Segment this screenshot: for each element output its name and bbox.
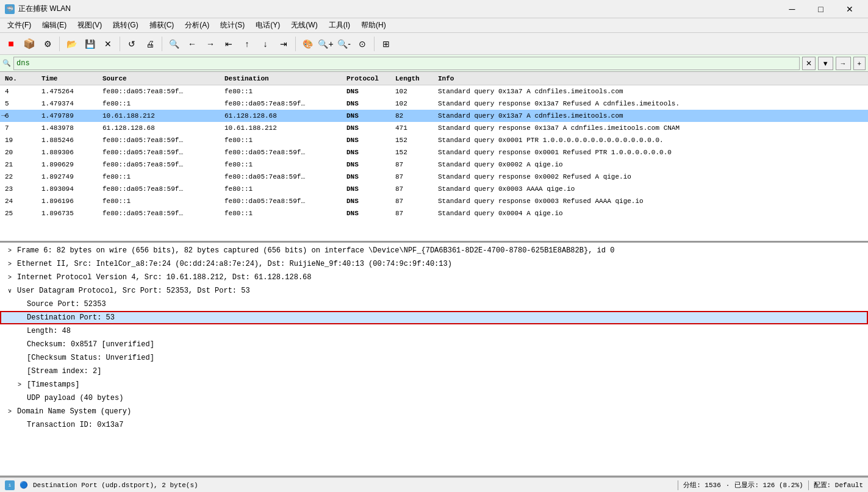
expand-arrow-icon[interactable]: > xyxy=(15,382,24,388)
detail-row-udp-payload[interactable]: UDP payload (40 bytes) xyxy=(0,391,868,405)
zoom-out-button[interactable]: 🔍- xyxy=(335,35,353,52)
collapse-arrow-icon[interactable]: ∨ xyxy=(5,287,15,294)
col-header-no[interactable]: No. xyxy=(2,75,39,82)
zoom-reset-button[interactable]: ⊙ xyxy=(354,35,371,52)
colorize-button[interactable]: 🎨 xyxy=(299,35,316,52)
col-header-length[interactable]: Length xyxy=(393,75,436,82)
packet-cell: 4 xyxy=(2,88,39,95)
detail-row-text: Checksum: 0x8517 [unverified] xyxy=(27,340,154,349)
menu-item-文件(F)[interactable]: 文件(F) xyxy=(2,19,36,32)
detail-row-checksum-status[interactable]: [Checksum Status: Unverified] xyxy=(0,351,868,365)
packet-detail: >Frame 6: 82 bytes on wire (656 bits), 8… xyxy=(0,243,868,477)
options-button[interactable]: ⚙ xyxy=(39,35,56,52)
packet-row[interactable]: →61.47978910.61.188.21261.128.128.68DNS8… xyxy=(0,110,868,122)
print-button[interactable]: 🖨 xyxy=(142,35,159,52)
stop-capture-button[interactable]: ■ xyxy=(2,35,20,52)
detail-row-timestamps[interactable]: >[Timestamps] xyxy=(0,378,868,391)
packet-row[interactable]: 51.479374fe80::1fe80::da05:7ea8:59f…DNS1… xyxy=(0,98,868,110)
detail-row-udp[interactable]: ∨User Datagram Protocol, Src Port: 52353… xyxy=(0,284,868,298)
packet-row[interactable]: 191.885246fe80::da05:7ea8:59f…fe80::1DNS… xyxy=(0,134,868,146)
packet-row[interactable]: 71.48397861.128.128.6810.61.188.212DNS47… xyxy=(0,122,868,134)
go-to-previous-button[interactable]: ↑ xyxy=(239,35,256,52)
packet-cell: fe80::1 xyxy=(222,161,344,168)
detail-row-text: Length: 48 xyxy=(27,327,71,335)
packet-cell: Standard query 0x13a7 A cdnfiles.imeitoo… xyxy=(436,112,866,119)
packet-cell: 6 xyxy=(2,112,39,119)
zoom-in-button[interactable]: 🔍+ xyxy=(317,35,334,52)
menu-item-无线(W)[interactable]: 无线(W) xyxy=(286,19,322,32)
find-button[interactable]: 🔍 xyxy=(165,35,182,52)
detail-row-transaction-id[interactable]: Transaction ID: 0x13a7 xyxy=(0,418,868,432)
packet-cell: DNS xyxy=(344,198,393,205)
resize-columns-button[interactable]: ⊞ xyxy=(378,35,395,52)
filter-add-button[interactable]: + xyxy=(853,57,866,70)
close-file-button[interactable]: ✕ xyxy=(99,35,117,52)
detail-row-checksum[interactable]: Checksum: 0x8517 [unverified] xyxy=(0,338,868,351)
expand-arrow-icon[interactable]: > xyxy=(5,408,15,415)
packet-rows: 41.475264fe80::da05:7ea8:59f…fe80::1DNS1… xyxy=(0,85,868,243)
col-header-time[interactable]: Time xyxy=(39,75,100,82)
close-button[interactable]: ✕ xyxy=(836,2,863,16)
col-header-protocol[interactable]: Protocol xyxy=(344,75,393,82)
filter-clear-button[interactable]: ✕ xyxy=(802,57,816,70)
packet-list-header: No. Time Source Destination Protocol Len… xyxy=(0,72,868,85)
col-header-destination[interactable]: Destination xyxy=(222,75,344,82)
packet-row[interactable]: 211.890629fe80::da05:7ea8:59f…fe80::1DNS… xyxy=(0,159,868,171)
window-title: 正在捕获 WLAN xyxy=(18,4,71,14)
packet-cell: fe80::1 xyxy=(222,137,344,144)
detail-row-stream-index[interactable]: [Stream index: 2] xyxy=(0,365,868,378)
menu-item-捕获(C)[interactable]: 捕获(C) xyxy=(145,19,179,32)
go-to-first-button[interactable]: ⇤ xyxy=(220,35,237,52)
menu-item-电话(Y)[interactable]: 电话(Y) xyxy=(251,19,285,32)
packet-row[interactable]: 241.896196fe80::1fe80::da05:7ea8:59f…DNS… xyxy=(0,195,868,207)
go-to-next-button[interactable]: ↓ xyxy=(257,35,274,52)
filter-bookmark-button[interactable]: ▼ xyxy=(818,57,833,70)
packet-cell: 152 xyxy=(393,149,436,156)
minimize-button[interactable]: ─ xyxy=(778,2,806,16)
expand-arrow-icon[interactable]: > xyxy=(5,274,15,281)
go-back-button[interactable]: ← xyxy=(184,35,201,52)
menu-item-帮助(H)[interactable]: 帮助(H) xyxy=(356,19,391,32)
detail-row-ip[interactable]: >Internet Protocol Version 4, Src: 10.61… xyxy=(0,271,868,284)
toolbar-separator-4 xyxy=(295,37,296,51)
filter-input[interactable] xyxy=(13,57,800,70)
reload-button[interactable]: ↺ xyxy=(123,35,140,52)
filter-apply-button[interactable]: → xyxy=(836,57,851,70)
expand-arrow-icon[interactable]: > xyxy=(5,261,15,268)
detail-row-src-port[interactable]: Source Port: 52353 xyxy=(0,298,868,311)
detail-row-text: Domain Name System (query) xyxy=(17,407,131,416)
packet-row[interactable]: 221.892749fe80::1fe80::da05:7ea8:59f…DNS… xyxy=(0,171,868,183)
menu-item-编辑(E)[interactable]: 编辑(E) xyxy=(37,19,71,32)
go-forward-button[interactable]: → xyxy=(202,35,219,52)
menu-item-分析(A)[interactable]: 分析(A) xyxy=(180,19,214,32)
packet-row[interactable]: 201.889306fe80::da05:7ea8:59f…fe80::da05… xyxy=(0,146,868,159)
detail-row-dst-port[interactable]: Destination Port: 53 xyxy=(0,311,868,324)
col-header-source[interactable]: Source xyxy=(100,75,222,82)
menu-item-跳转(G)[interactable]: 跳转(G) xyxy=(108,19,143,32)
go-to-last-button[interactable]: ⇥ xyxy=(275,35,292,52)
detail-row-text: Transaction ID: 0x13a7 xyxy=(27,421,123,429)
packet-cell: 1.893094 xyxy=(39,185,100,193)
packet-cell: 87 xyxy=(393,173,436,180)
maximize-button[interactable]: □ xyxy=(807,2,834,16)
filter-bar: 🔍 ✕ ▼ → + xyxy=(0,55,868,72)
packet-row[interactable]: 251.896735fe80::da05:7ea8:59f…fe80::1DNS… xyxy=(0,207,868,219)
packet-cell: 1.479374 xyxy=(39,100,100,107)
detail-row-dns[interactable]: >Domain Name System (query) xyxy=(0,405,868,418)
detail-row-length[interactable]: Length: 48 xyxy=(0,324,868,338)
statusbar: i 🔵 Destination Port (udp.dstport), 2 by… xyxy=(0,477,868,492)
packet-cell: 1.896196 xyxy=(39,198,100,205)
menu-item-统计(S)[interactable]: 统计(S) xyxy=(215,19,249,32)
open-button[interactable]: 📂 xyxy=(63,35,80,52)
menu-item-视图(V)[interactable]: 视图(V) xyxy=(73,19,107,32)
save-button[interactable]: 💾 xyxy=(81,35,98,52)
start-capture-button[interactable]: 📦 xyxy=(21,35,38,52)
detail-row-text: [Stream index: 2] xyxy=(27,367,101,376)
menu-item-工具(I)[interactable]: 工具(I) xyxy=(324,19,355,32)
packet-row[interactable]: 41.475264fe80::da05:7ea8:59f…fe80::1DNS1… xyxy=(0,85,868,98)
col-header-info[interactable]: Info xyxy=(436,75,866,82)
detail-row-frame[interactable]: >Frame 6: 82 bytes on wire (656 bits), 8… xyxy=(0,244,868,257)
detail-row-ethernet[interactable]: >Ethernet II, Src: IntelCor_a8:7e:24 (0c… xyxy=(0,257,868,271)
expand-arrow-icon[interactable]: > xyxy=(5,248,15,254)
packet-row[interactable]: 231.893094fe80::da05:7ea8:59f…fe80::1DNS… xyxy=(0,183,868,195)
